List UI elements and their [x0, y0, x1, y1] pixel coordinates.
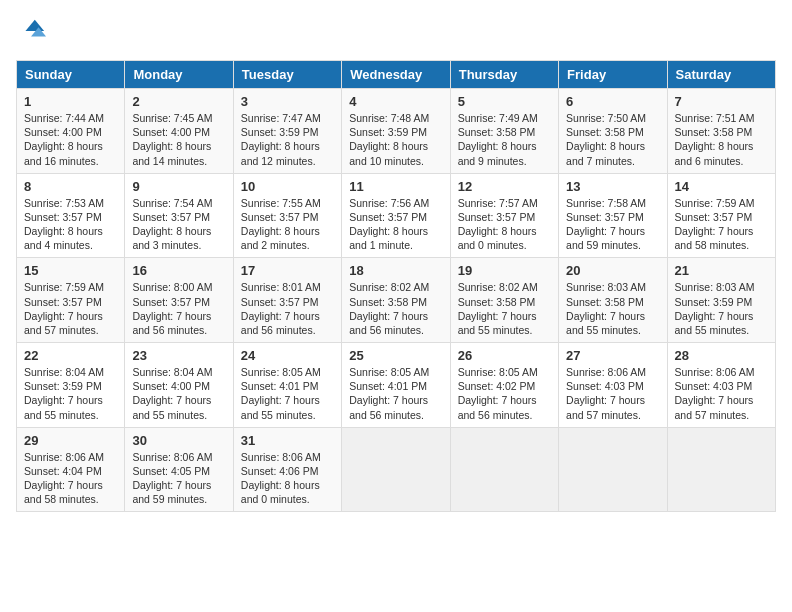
- day-info: Sunrise: 7:51 AMSunset: 3:58 PMDaylight:…: [675, 112, 755, 167]
- day-info: Sunrise: 8:06 AMSunset: 4:04 PMDaylight:…: [24, 451, 104, 506]
- day-info: Sunrise: 8:05 AMSunset: 4:01 PMDaylight:…: [349, 366, 429, 421]
- day-info: Sunrise: 7:53 AMSunset: 3:57 PMDaylight:…: [24, 197, 104, 252]
- day-number: 30: [132, 433, 225, 448]
- day-info: Sunrise: 8:04 AMSunset: 4:00 PMDaylight:…: [132, 366, 212, 421]
- calendar-day-cell: 4 Sunrise: 7:48 AMSunset: 3:59 PMDayligh…: [342, 89, 450, 174]
- calendar-table: SundayMondayTuesdayWednesdayThursdayFrid…: [16, 60, 776, 512]
- calendar-day-cell: 19 Sunrise: 8:02 AMSunset: 3:58 PMDaylig…: [450, 258, 558, 343]
- day-number: 28: [675, 348, 768, 363]
- day-of-week-header: Friday: [559, 61, 667, 89]
- day-number: 25: [349, 348, 442, 363]
- day-number: 12: [458, 179, 551, 194]
- day-info: Sunrise: 8:06 AMSunset: 4:05 PMDaylight:…: [132, 451, 212, 506]
- calendar-day-cell: 23 Sunrise: 8:04 AMSunset: 4:00 PMDaylig…: [125, 343, 233, 428]
- day-number: 31: [241, 433, 334, 448]
- day-number: 24: [241, 348, 334, 363]
- day-number: 9: [132, 179, 225, 194]
- day-number: 11: [349, 179, 442, 194]
- calendar-day-cell: 15 Sunrise: 7:59 AMSunset: 3:57 PMDaylig…: [17, 258, 125, 343]
- day-info: Sunrise: 7:59 AMSunset: 3:57 PMDaylight:…: [675, 197, 755, 252]
- calendar-day-cell: 9 Sunrise: 7:54 AMSunset: 3:57 PMDayligh…: [125, 173, 233, 258]
- day-info: Sunrise: 7:48 AMSunset: 3:59 PMDaylight:…: [349, 112, 429, 167]
- calendar-day-cell: 10 Sunrise: 7:55 AMSunset: 3:57 PMDaylig…: [233, 173, 341, 258]
- calendar-day-cell: 26 Sunrise: 8:05 AMSunset: 4:02 PMDaylig…: [450, 343, 558, 428]
- day-info: Sunrise: 7:54 AMSunset: 3:57 PMDaylight:…: [132, 197, 212, 252]
- calendar-day-cell: 22 Sunrise: 8:04 AMSunset: 3:59 PMDaylig…: [17, 343, 125, 428]
- day-number: 26: [458, 348, 551, 363]
- calendar-day-cell: 8 Sunrise: 7:53 AMSunset: 3:57 PMDayligh…: [17, 173, 125, 258]
- calendar-day-cell: 17 Sunrise: 8:01 AMSunset: 3:57 PMDaylig…: [233, 258, 341, 343]
- day-info: Sunrise: 7:55 AMSunset: 3:57 PMDaylight:…: [241, 197, 321, 252]
- calendar-day-cell: 29 Sunrise: 8:06 AMSunset: 4:04 PMDaylig…: [17, 427, 125, 512]
- logo-icon: [18, 16, 46, 44]
- calendar-header-row: SundayMondayTuesdayWednesdayThursdayFrid…: [17, 61, 776, 89]
- calendar-day-cell: 20 Sunrise: 8:03 AMSunset: 3:58 PMDaylig…: [559, 258, 667, 343]
- day-of-week-header: Sunday: [17, 61, 125, 89]
- calendar-day-cell: 3 Sunrise: 7:47 AMSunset: 3:59 PMDayligh…: [233, 89, 341, 174]
- calendar-day-cell: 11 Sunrise: 7:56 AMSunset: 3:57 PMDaylig…: [342, 173, 450, 258]
- day-number: 2: [132, 94, 225, 109]
- day-number: 10: [241, 179, 334, 194]
- day-number: 5: [458, 94, 551, 109]
- calendar-week-row: 15 Sunrise: 7:59 AMSunset: 3:57 PMDaylig…: [17, 258, 776, 343]
- day-info: Sunrise: 7:49 AMSunset: 3:58 PMDaylight:…: [458, 112, 538, 167]
- day-number: 18: [349, 263, 442, 278]
- day-number: 19: [458, 263, 551, 278]
- day-info: Sunrise: 8:02 AMSunset: 3:58 PMDaylight:…: [458, 281, 538, 336]
- day-number: 22: [24, 348, 117, 363]
- calendar-day-cell: [342, 427, 450, 512]
- calendar-day-cell: [450, 427, 558, 512]
- day-info: Sunrise: 8:03 AMSunset: 3:58 PMDaylight:…: [566, 281, 646, 336]
- day-number: 13: [566, 179, 659, 194]
- calendar-day-cell: 2 Sunrise: 7:45 AMSunset: 4:00 PMDayligh…: [125, 89, 233, 174]
- day-number: 21: [675, 263, 768, 278]
- day-info: Sunrise: 7:47 AMSunset: 3:59 PMDaylight:…: [241, 112, 321, 167]
- calendar-week-row: 8 Sunrise: 7:53 AMSunset: 3:57 PMDayligh…: [17, 173, 776, 258]
- day-of-week-header: Tuesday: [233, 61, 341, 89]
- calendar-day-cell: 31 Sunrise: 8:06 AMSunset: 4:06 PMDaylig…: [233, 427, 341, 512]
- day-number: 6: [566, 94, 659, 109]
- day-of-week-header: Monday: [125, 61, 233, 89]
- calendar-day-cell: 7 Sunrise: 7:51 AMSunset: 3:58 PMDayligh…: [667, 89, 775, 174]
- day-number: 23: [132, 348, 225, 363]
- calendar-day-cell: 5 Sunrise: 7:49 AMSunset: 3:58 PMDayligh…: [450, 89, 558, 174]
- day-number: 3: [241, 94, 334, 109]
- calendar-day-cell: 24 Sunrise: 8:05 AMSunset: 4:01 PMDaylig…: [233, 343, 341, 428]
- day-of-week-header: Saturday: [667, 61, 775, 89]
- calendar-day-cell: 21 Sunrise: 8:03 AMSunset: 3:59 PMDaylig…: [667, 258, 775, 343]
- day-number: 14: [675, 179, 768, 194]
- day-number: 15: [24, 263, 117, 278]
- day-info: Sunrise: 7:44 AMSunset: 4:00 PMDaylight:…: [24, 112, 104, 167]
- calendar-day-cell: 14 Sunrise: 7:59 AMSunset: 3:57 PMDaylig…: [667, 173, 775, 258]
- day-info: Sunrise: 8:06 AMSunset: 4:03 PMDaylight:…: [675, 366, 755, 421]
- day-number: 29: [24, 433, 117, 448]
- day-number: 20: [566, 263, 659, 278]
- calendar-day-cell: 1 Sunrise: 7:44 AMSunset: 4:00 PMDayligh…: [17, 89, 125, 174]
- day-info: Sunrise: 7:59 AMSunset: 3:57 PMDaylight:…: [24, 281, 104, 336]
- day-number: 16: [132, 263, 225, 278]
- day-info: Sunrise: 8:00 AMSunset: 3:57 PMDaylight:…: [132, 281, 212, 336]
- day-number: 27: [566, 348, 659, 363]
- calendar-week-row: 1 Sunrise: 7:44 AMSunset: 4:00 PMDayligh…: [17, 89, 776, 174]
- day-number: 8: [24, 179, 117, 194]
- day-info: Sunrise: 8:01 AMSunset: 3:57 PMDaylight:…: [241, 281, 321, 336]
- calendar-day-cell: 12 Sunrise: 7:57 AMSunset: 3:57 PMDaylig…: [450, 173, 558, 258]
- calendar-day-cell: [667, 427, 775, 512]
- day-of-week-header: Wednesday: [342, 61, 450, 89]
- day-info: Sunrise: 8:06 AMSunset: 4:06 PMDaylight:…: [241, 451, 321, 506]
- day-info: Sunrise: 7:58 AMSunset: 3:57 PMDaylight:…: [566, 197, 646, 252]
- day-info: Sunrise: 8:05 AMSunset: 4:02 PMDaylight:…: [458, 366, 538, 421]
- day-info: Sunrise: 8:03 AMSunset: 3:59 PMDaylight:…: [675, 281, 755, 336]
- day-number: 17: [241, 263, 334, 278]
- calendar-day-cell: [559, 427, 667, 512]
- calendar-day-cell: 25 Sunrise: 8:05 AMSunset: 4:01 PMDaylig…: [342, 343, 450, 428]
- calendar-day-cell: 6 Sunrise: 7:50 AMSunset: 3:58 PMDayligh…: [559, 89, 667, 174]
- day-info: Sunrise: 7:57 AMSunset: 3:57 PMDaylight:…: [458, 197, 538, 252]
- calendar-day-cell: 28 Sunrise: 8:06 AMSunset: 4:03 PMDaylig…: [667, 343, 775, 428]
- calendar-week-row: 29 Sunrise: 8:06 AMSunset: 4:04 PMDaylig…: [17, 427, 776, 512]
- calendar-week-row: 22 Sunrise: 8:04 AMSunset: 3:59 PMDaylig…: [17, 343, 776, 428]
- day-info: Sunrise: 8:06 AMSunset: 4:03 PMDaylight:…: [566, 366, 646, 421]
- day-number: 7: [675, 94, 768, 109]
- day-info: Sunrise: 8:04 AMSunset: 3:59 PMDaylight:…: [24, 366, 104, 421]
- logo: [16, 16, 46, 48]
